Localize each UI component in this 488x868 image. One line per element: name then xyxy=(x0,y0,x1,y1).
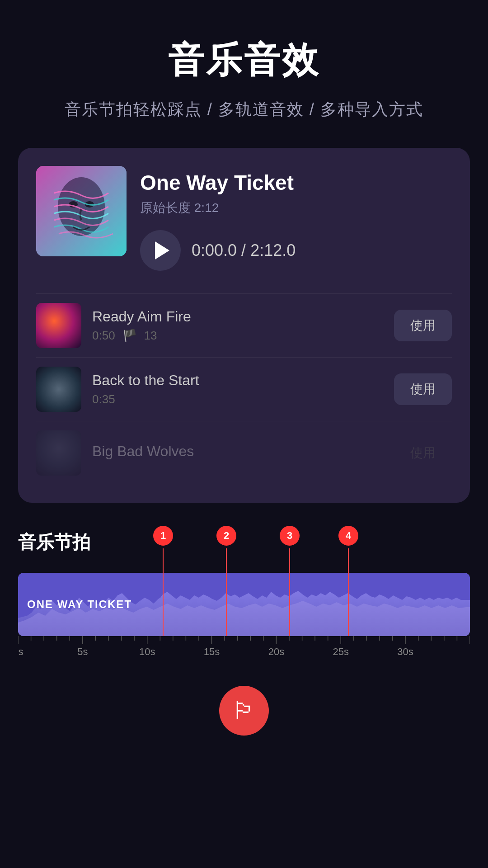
active-track-name: One Way Ticket xyxy=(140,170,452,195)
track-2-name: Back to the Start xyxy=(92,372,383,389)
track-3-art xyxy=(36,430,81,476)
beat-marker-1[interactable]: 1 xyxy=(163,548,164,636)
svg-text:30s: 30s xyxy=(397,646,413,657)
beat-section-title: 音乐节拍 xyxy=(18,530,470,555)
track-2-duration: 0:35 xyxy=(92,392,115,406)
main-page: 音乐音效 音乐节拍轻松踩点 / 多轨道音效 / 多种导入方式 xyxy=(0,0,488,868)
svg-text:5s: 5s xyxy=(77,646,88,657)
music-card: One Way Ticket 原始长度 2:12 0:00.0 / 2:12.0 xyxy=(18,148,470,503)
active-track: One Way Ticket 原始长度 2:12 0:00.0 / 2:12.0 xyxy=(36,166,452,271)
track-3-thumbnail xyxy=(36,430,81,476)
timeline-svg: 0s 5s 10s 15s 20s 25s 30s xyxy=(18,636,470,659)
album-art-svg xyxy=(36,166,127,256)
svg-point-1 xyxy=(58,177,105,236)
track-2-art xyxy=(36,367,81,412)
page-subtitle: 音乐节拍轻松踩点 / 多轨道音效 / 多种导入方式 xyxy=(65,99,423,121)
timeline-row: 0s 5s 10s 15s 20s 25s 30s xyxy=(18,636,470,659)
active-track-duration-label: 原始长度 2:12 xyxy=(140,199,452,217)
track-1-meta: 0:50 🏴 13 xyxy=(92,329,383,343)
beat-marker-2[interactable]: 2 xyxy=(226,548,227,636)
track-1-info: Ready Aim Fire 0:50 🏴 13 xyxy=(92,308,383,343)
flag-beat-button[interactable]: 🏳 xyxy=(219,686,269,736)
svg-text:0s: 0s xyxy=(18,646,23,657)
beat-marker-badge-2: 2 xyxy=(216,526,236,546)
track-1-duration: 0:50 xyxy=(92,329,115,343)
track-1-thumbnail xyxy=(36,303,81,348)
active-track-info: One Way Ticket 原始长度 2:12 0:00.0 / 2:12.0 xyxy=(140,166,452,271)
track-item-1: Ready Aim Fire 0:50 🏴 13 使用 xyxy=(36,293,452,357)
total-time: 2:12.0 xyxy=(250,241,296,259)
track-2-info: Back to the Start 0:35 xyxy=(92,372,383,406)
time-separator: / xyxy=(241,241,250,259)
time-display: 0:00.0 / 2:12.0 xyxy=(192,241,296,260)
track-3-info: Big Bad Wolves xyxy=(92,443,383,463)
play-button[interactable] xyxy=(140,230,181,271)
track-item-2: Back to the Start 0:35 使用 xyxy=(36,357,452,421)
track-2-thumbnail xyxy=(36,367,81,412)
beat-marker-3[interactable]: 3 xyxy=(289,548,290,636)
track-3-name: Big Bad Wolves xyxy=(92,443,383,460)
play-icon xyxy=(155,241,169,259)
track-item-3: Big Bad Wolves 使用 xyxy=(36,421,452,485)
svg-text:20s: 20s xyxy=(268,646,284,657)
track-1-art xyxy=(36,303,81,348)
beat-marker-badge-4: 4 xyxy=(338,526,358,546)
flag-button-icon: 🏳 xyxy=(232,697,256,724)
waveform-track-label: ONE WAY TICKET xyxy=(27,598,132,611)
beat-marker-4[interactable]: 4 xyxy=(348,548,349,636)
svg-text:25s: 25s xyxy=(333,646,348,657)
active-track-thumbnail xyxy=(36,166,127,256)
track-2-use-button[interactable]: 使用 xyxy=(394,373,452,405)
svg-text:15s: 15s xyxy=(204,646,220,657)
beat-marker-badge-1: 1 xyxy=(153,526,173,546)
waveform-container: ONE WAY TICKET xyxy=(18,573,470,659)
flag-icon-1: 🏴 xyxy=(122,329,137,343)
svg-text:10s: 10s xyxy=(139,646,155,657)
player-controls: 0:00.0 / 2:12.0 xyxy=(140,230,452,271)
track-1-flag-count: 13 xyxy=(144,329,157,343)
track-1-name: Ready Aim Fire xyxy=(92,308,383,325)
beat-section: 音乐节拍 ONE WAY TICKET xyxy=(18,530,470,736)
track-2-meta: 0:35 xyxy=(92,392,383,406)
beat-marker-badge-3: 3 xyxy=(280,526,300,546)
page-title: 音乐音效 xyxy=(168,36,320,85)
track-3-use-button[interactable]: 使用 xyxy=(394,437,452,469)
track-1-use-button[interactable]: 使用 xyxy=(394,310,452,341)
current-time: 0:00.0 xyxy=(192,241,237,259)
waveform-track[interactable]: ONE WAY TICKET xyxy=(18,573,470,636)
